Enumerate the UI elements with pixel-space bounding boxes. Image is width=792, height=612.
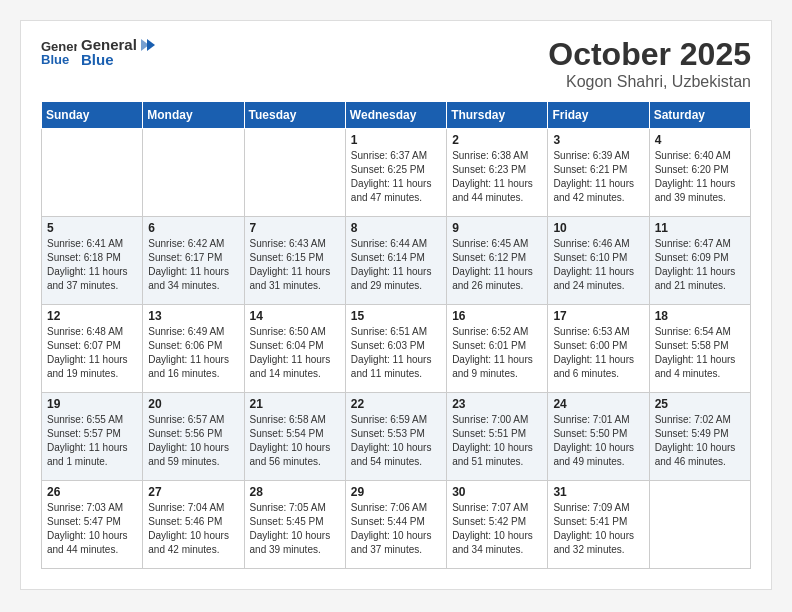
- day-info: Sunrise: 6:58 AM Sunset: 5:54 PM Dayligh…: [250, 413, 340, 469]
- week-row-3: 12Sunrise: 6:48 AM Sunset: 6:07 PM Dayli…: [42, 305, 751, 393]
- day-number: 31: [553, 485, 643, 499]
- calendar-cell: [143, 129, 244, 217]
- header-row: SundayMondayTuesdayWednesdayThursdayFrid…: [42, 102, 751, 129]
- logo: General Blue General Blue: [41, 36, 157, 68]
- calendar-cell: [649, 481, 750, 569]
- day-number: 21: [250, 397, 340, 411]
- week-row-2: 5Sunrise: 6:41 AM Sunset: 6:18 PM Daylig…: [42, 217, 751, 305]
- calendar-cell: 11Sunrise: 6:47 AM Sunset: 6:09 PM Dayli…: [649, 217, 750, 305]
- day-number: 16: [452, 309, 542, 323]
- day-number: 5: [47, 221, 137, 235]
- calendar-cell: 23Sunrise: 7:00 AM Sunset: 5:51 PM Dayli…: [447, 393, 548, 481]
- day-info: Sunrise: 6:40 AM Sunset: 6:20 PM Dayligh…: [655, 149, 745, 205]
- calendar-cell: [244, 129, 345, 217]
- day-number: 23: [452, 397, 542, 411]
- day-number: 19: [47, 397, 137, 411]
- day-number: 2: [452, 133, 542, 147]
- day-number: 14: [250, 309, 340, 323]
- day-number: 27: [148, 485, 238, 499]
- day-info: Sunrise: 6:57 AM Sunset: 5:56 PM Dayligh…: [148, 413, 238, 469]
- day-header-saturday: Saturday: [649, 102, 750, 129]
- day-info: Sunrise: 6:43 AM Sunset: 6:15 PM Dayligh…: [250, 237, 340, 293]
- calendar-container: General Blue General Blue October 2025 K…: [20, 20, 772, 590]
- day-info: Sunrise: 6:53 AM Sunset: 6:00 PM Dayligh…: [553, 325, 643, 381]
- day-number: 11: [655, 221, 745, 235]
- day-info: Sunrise: 7:01 AM Sunset: 5:50 PM Dayligh…: [553, 413, 643, 469]
- day-number: 3: [553, 133, 643, 147]
- day-info: Sunrise: 6:45 AM Sunset: 6:12 PM Dayligh…: [452, 237, 542, 293]
- day-header-sunday: Sunday: [42, 102, 143, 129]
- calendar-cell: 24Sunrise: 7:01 AM Sunset: 5:50 PM Dayli…: [548, 393, 649, 481]
- calendar-cell: 13Sunrise: 6:49 AM Sunset: 6:06 PM Dayli…: [143, 305, 244, 393]
- day-info: Sunrise: 6:46 AM Sunset: 6:10 PM Dayligh…: [553, 237, 643, 293]
- calendar-cell: 20Sunrise: 6:57 AM Sunset: 5:56 PM Dayli…: [143, 393, 244, 481]
- calendar-cell: 18Sunrise: 6:54 AM Sunset: 5:58 PM Dayli…: [649, 305, 750, 393]
- header: General Blue General Blue October 2025 K…: [41, 36, 751, 91]
- day-info: Sunrise: 6:44 AM Sunset: 6:14 PM Dayligh…: [351, 237, 441, 293]
- day-info: Sunrise: 7:02 AM Sunset: 5:49 PM Dayligh…: [655, 413, 745, 469]
- day-number: 6: [148, 221, 238, 235]
- day-info: Sunrise: 6:50 AM Sunset: 6:04 PM Dayligh…: [250, 325, 340, 381]
- calendar-cell: 19Sunrise: 6:55 AM Sunset: 5:57 PM Dayli…: [42, 393, 143, 481]
- logo-blue: Blue: [81, 51, 157, 68]
- day-info: Sunrise: 6:39 AM Sunset: 6:21 PM Dayligh…: [553, 149, 643, 205]
- day-number: 15: [351, 309, 441, 323]
- logo-chevron-icon: [139, 38, 157, 52]
- day-header-wednesday: Wednesday: [345, 102, 446, 129]
- day-number: 17: [553, 309, 643, 323]
- week-row-5: 26Sunrise: 7:03 AM Sunset: 5:47 PM Dayli…: [42, 481, 751, 569]
- day-number: 4: [655, 133, 745, 147]
- title-block: October 2025 Kogon Shahri, Uzbekistan: [548, 36, 751, 91]
- calendar-cell: 27Sunrise: 7:04 AM Sunset: 5:46 PM Dayli…: [143, 481, 244, 569]
- week-row-4: 19Sunrise: 6:55 AM Sunset: 5:57 PM Dayli…: [42, 393, 751, 481]
- calendar-cell: 26Sunrise: 7:03 AM Sunset: 5:47 PM Dayli…: [42, 481, 143, 569]
- calendar-cell: 10Sunrise: 6:46 AM Sunset: 6:10 PM Dayli…: [548, 217, 649, 305]
- day-number: 12: [47, 309, 137, 323]
- calendar-cell: 17Sunrise: 6:53 AM Sunset: 6:00 PM Dayli…: [548, 305, 649, 393]
- day-number: 28: [250, 485, 340, 499]
- calendar-cell: 29Sunrise: 7:06 AM Sunset: 5:44 PM Dayli…: [345, 481, 446, 569]
- day-info: Sunrise: 6:41 AM Sunset: 6:18 PM Dayligh…: [47, 237, 137, 293]
- day-info: Sunrise: 6:59 AM Sunset: 5:53 PM Dayligh…: [351, 413, 441, 469]
- svg-text:Blue: Blue: [41, 52, 69, 67]
- day-info: Sunrise: 6:52 AM Sunset: 6:01 PM Dayligh…: [452, 325, 542, 381]
- calendar-cell: 4Sunrise: 6:40 AM Sunset: 6:20 PM Daylig…: [649, 129, 750, 217]
- day-info: Sunrise: 6:55 AM Sunset: 5:57 PM Dayligh…: [47, 413, 137, 469]
- day-info: Sunrise: 6:47 AM Sunset: 6:09 PM Dayligh…: [655, 237, 745, 293]
- calendar-cell: 9Sunrise: 6:45 AM Sunset: 6:12 PM Daylig…: [447, 217, 548, 305]
- calendar-cell: 15Sunrise: 6:51 AM Sunset: 6:03 PM Dayli…: [345, 305, 446, 393]
- calendar-cell: 25Sunrise: 7:02 AM Sunset: 5:49 PM Dayli…: [649, 393, 750, 481]
- calendar-cell: 6Sunrise: 6:42 AM Sunset: 6:17 PM Daylig…: [143, 217, 244, 305]
- calendar-cell: 1Sunrise: 6:37 AM Sunset: 6:25 PM Daylig…: [345, 129, 446, 217]
- day-number: 13: [148, 309, 238, 323]
- day-number: 24: [553, 397, 643, 411]
- calendar-cell: [42, 129, 143, 217]
- day-number: 18: [655, 309, 745, 323]
- calendar-cell: 3Sunrise: 6:39 AM Sunset: 6:21 PM Daylig…: [548, 129, 649, 217]
- day-number: 22: [351, 397, 441, 411]
- day-info: Sunrise: 6:54 AM Sunset: 5:58 PM Dayligh…: [655, 325, 745, 381]
- day-info: Sunrise: 7:05 AM Sunset: 5:45 PM Dayligh…: [250, 501, 340, 557]
- day-info: Sunrise: 6:42 AM Sunset: 6:17 PM Dayligh…: [148, 237, 238, 293]
- day-header-thursday: Thursday: [447, 102, 548, 129]
- day-number: 10: [553, 221, 643, 235]
- day-number: 9: [452, 221, 542, 235]
- day-number: 30: [452, 485, 542, 499]
- day-info: Sunrise: 7:06 AM Sunset: 5:44 PM Dayligh…: [351, 501, 441, 557]
- calendar-cell: 7Sunrise: 6:43 AM Sunset: 6:15 PM Daylig…: [244, 217, 345, 305]
- day-number: 29: [351, 485, 441, 499]
- calendar-cell: 8Sunrise: 6:44 AM Sunset: 6:14 PM Daylig…: [345, 217, 446, 305]
- calendar-table: SundayMondayTuesdayWednesdayThursdayFrid…: [41, 101, 751, 569]
- day-number: 25: [655, 397, 745, 411]
- day-header-monday: Monday: [143, 102, 244, 129]
- week-row-1: 1Sunrise: 6:37 AM Sunset: 6:25 PM Daylig…: [42, 129, 751, 217]
- day-number: 7: [250, 221, 340, 235]
- logo-icon: General Blue: [41, 37, 77, 67]
- calendar-cell: 16Sunrise: 6:52 AM Sunset: 6:01 PM Dayli…: [447, 305, 548, 393]
- day-info: Sunrise: 7:09 AM Sunset: 5:41 PM Dayligh…: [553, 501, 643, 557]
- calendar-cell: 5Sunrise: 6:41 AM Sunset: 6:18 PM Daylig…: [42, 217, 143, 305]
- calendar-cell: 12Sunrise: 6:48 AM Sunset: 6:07 PM Dayli…: [42, 305, 143, 393]
- calendar-cell: 22Sunrise: 6:59 AM Sunset: 5:53 PM Dayli…: [345, 393, 446, 481]
- day-info: Sunrise: 7:07 AM Sunset: 5:42 PM Dayligh…: [452, 501, 542, 557]
- day-header-tuesday: Tuesday: [244, 102, 345, 129]
